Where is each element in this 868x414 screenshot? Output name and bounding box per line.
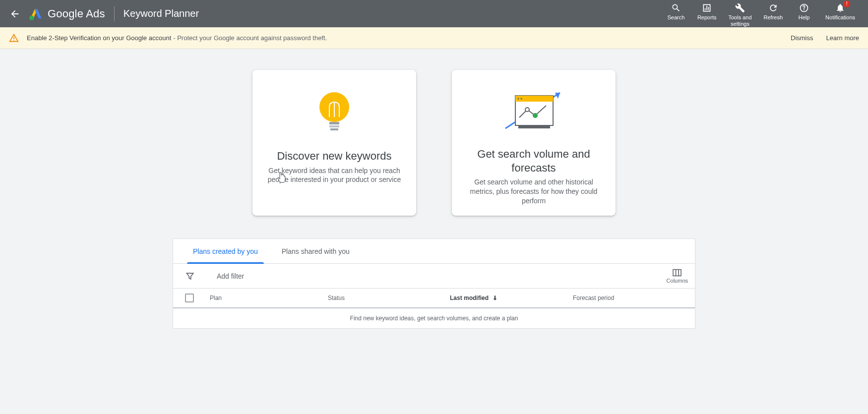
help-button[interactable]: Help bbox=[790, 0, 818, 21]
svg-point-13 bbox=[525, 108, 529, 112]
lightbulb-icon bbox=[314, 86, 354, 140]
svg-rect-16 bbox=[673, 269, 681, 276]
empty-state-message: Find new keyword ideas, get search volum… bbox=[173, 308, 695, 328]
discover-card-desc: Get keyword ideas that can help you reac… bbox=[263, 166, 405, 185]
wrench-icon bbox=[735, 2, 745, 13]
forecast-card-desc: Get search volume and other historical m… bbox=[463, 177, 605, 206]
learn-more-link[interactable]: Learn more bbox=[826, 34, 859, 42]
plans-panel: Plans created by you Plans shared with y… bbox=[173, 238, 695, 329]
app-header: Google Ads Keyword Planner Search Report… bbox=[0, 0, 868, 27]
header-divider bbox=[114, 6, 115, 21]
refresh-button[interactable]: Refresh bbox=[759, 0, 788, 21]
plans-tabs: Plans created by you Plans shared with y… bbox=[173, 239, 695, 264]
product-logo: Google Ads bbox=[29, 7, 105, 21]
search-icon bbox=[671, 2, 681, 13]
filter-bar: Add filter Columns bbox=[173, 264, 695, 289]
col-header-status[interactable]: Status bbox=[328, 295, 450, 301]
refresh-icon bbox=[768, 2, 778, 13]
product-name: Google Ads bbox=[48, 7, 105, 20]
notifications-button[interactable]: ! Notifications bbox=[820, 0, 860, 21]
svg-point-0 bbox=[29, 15, 34, 20]
table-header: Plan Status Last modified Forecast perio… bbox=[173, 289, 695, 308]
chart-monitor-icon bbox=[501, 86, 566, 138]
svg-point-14 bbox=[533, 113, 538, 118]
col-header-last-modified[interactable]: Last modified bbox=[450, 295, 573, 301]
arrow-back-icon bbox=[9, 8, 20, 19]
discover-keywords-card[interactable]: Discover new keywords Get keyword ideas … bbox=[252, 70, 416, 216]
svg-rect-6 bbox=[330, 128, 338, 130]
svg-rect-5 bbox=[329, 125, 339, 127]
warning-icon bbox=[9, 33, 19, 43]
filter-icon[interactable] bbox=[185, 271, 195, 281]
reports-button[interactable]: Reports bbox=[692, 0, 722, 21]
back-button[interactable] bbox=[8, 7, 22, 21]
forecast-card-title: Get search volume and forecasts bbox=[463, 147, 605, 175]
discover-card-title: Discover new keywords bbox=[277, 149, 391, 163]
columns-icon bbox=[672, 269, 682, 277]
tool-title: Keyword Planner bbox=[124, 8, 199, 19]
add-filter-button[interactable]: Add filter bbox=[217, 272, 244, 280]
banner-text: Protect your Google account against pass… bbox=[177, 34, 327, 42]
google-ads-logo-icon bbox=[29, 7, 43, 21]
planner-cards: Discover new keywords Get keyword ideas … bbox=[0, 70, 868, 216]
svg-point-11 bbox=[518, 98, 519, 100]
sort-desc-icon bbox=[492, 295, 498, 301]
svg-rect-4 bbox=[329, 122, 339, 124]
header-actions: Search Reports Tools and settings Refres… bbox=[662, 0, 863, 27]
select-all-checkbox[interactable] bbox=[185, 294, 210, 302]
col-header-plan[interactable]: Plan bbox=[210, 295, 328, 301]
notification-badge: ! bbox=[843, 0, 850, 7]
tab-plans-mine[interactable]: Plans created by you bbox=[181, 239, 270, 263]
forecast-card[interactable]: Get search volume and forecasts Get sear… bbox=[452, 70, 616, 216]
security-banner: Enable 2-Step Verification on your Googl… bbox=[0, 27, 868, 49]
reports-icon bbox=[702, 2, 712, 13]
svg-rect-1 bbox=[13, 37, 14, 39]
banner-bold-text: Enable 2-Step Verification on your Googl… bbox=[27, 34, 171, 42]
svg-rect-2 bbox=[13, 40, 14, 41]
dismiss-link[interactable]: Dismiss bbox=[791, 34, 813, 42]
search-button[interactable]: Search bbox=[662, 0, 690, 21]
svg-rect-15 bbox=[518, 125, 550, 128]
svg-point-12 bbox=[521, 98, 522, 100]
tools-settings-button[interactable]: Tools and settings bbox=[723, 0, 756, 27]
col-header-forecast-period[interactable]: Forecast period bbox=[573, 295, 683, 301]
help-icon bbox=[799, 2, 809, 13]
tab-plans-shared[interactable]: Plans shared with you bbox=[270, 239, 362, 263]
main-content: Discover new keywords Get keyword ideas … bbox=[0, 49, 868, 329]
columns-button[interactable]: Columns bbox=[667, 269, 688, 284]
